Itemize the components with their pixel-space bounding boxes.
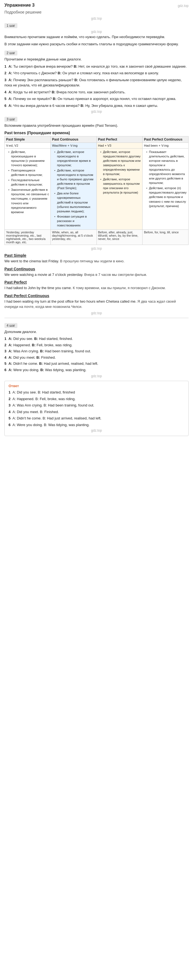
tense-use-item: Действие, которое происходило в прошлом … — [54, 168, 95, 190]
tense-timewords: While, when, as, all day/night/morning, … — [51, 230, 96, 245]
dialog-num: 5 — [5, 96, 6, 102]
tense-form: Had been + V-ing — [142, 143, 188, 148]
dialog-a-label: А: — [8, 71, 13, 75]
answer-items: 1 A: Did you see. B: Had started, finish… — [8, 390, 185, 428]
step4-b-label: B: — [40, 368, 44, 372]
example-en: I had been waiting my turn at the post o… — [5, 299, 188, 310]
tense-header: Past Perfect — [96, 136, 142, 143]
tense-timewords: Before, for, long, till, since — [142, 230, 188, 245]
example-section: Past Perfect Continuous I had been waiti… — [5, 294, 188, 310]
tense-form: Was/Were + V-ing — [51, 143, 96, 148]
step4-num: 4 — [5, 355, 6, 360]
tense-header: Past Simple — [5, 136, 51, 143]
step4-num: 3 — [5, 349, 6, 353]
tense-use-item: Повторяющиеся действия в прошлом; — [8, 168, 49, 177]
answer-num: 5 — [8, 416, 11, 420]
dialog-num: 2 — [5, 70, 6, 76]
step1-intro: Внимательно прочитаем задание и поймём, … — [5, 34, 188, 40]
dialog-b-label: В: — [74, 64, 78, 68]
step2-label: 2 шаг — [5, 51, 17, 56]
exercise-title: Упражнение 3 — [5, 3, 35, 8]
step4-b-label: B: — [40, 349, 44, 353]
step4-dialog-item: 6 A: Were you doing. B: Was tidying, was… — [5, 367, 188, 373]
tenses-table: Past SimplePast ContinuousPast PerfectPa… — [5, 136, 188, 245]
answer-num: 4 — [8, 410, 11, 414]
tense-use-item: Действие, которое происходило в определё… — [54, 150, 95, 167]
watermark-3: gdz.top — [5, 110, 188, 113]
dialog-a-label: А: — [8, 103, 13, 108]
example-section: Past Simple We went to the cinema last F… — [5, 253, 188, 264]
tense-use-item: Действие, которое завершилось в прошлом … — [100, 177, 141, 195]
dialog-num: 1 — [5, 64, 6, 69]
watermark-7: gdz.top — [8, 429, 185, 433]
example-en: I had talked to John by the time you cam… — [5, 285, 188, 291]
dialog-item: 2 А: Что случилось с Джоном? В: Он упал … — [5, 70, 188, 76]
dialog-item: 1 А: Ты смотрел фильм вчера вечером? В: … — [5, 64, 188, 69]
dialog-num: 6 — [5, 103, 6, 108]
answer-item: 5 A: Didn't he come. B: Had just arrived… — [8, 415, 185, 421]
answer-item: 6 A: Were you doing. B: Was tidying, was… — [8, 422, 185, 428]
step4-a-label: A: — [8, 355, 13, 360]
tense-form: Had + V3 — [96, 143, 142, 148]
section-title: Past Simple — [5, 253, 188, 258]
step4-dialog-item: 3 A: Was Ann crying. B: Had been trainin… — [5, 348, 188, 354]
example-en: We were watching a movie at 7 o'clock ye… — [5, 272, 188, 277]
tense-use-item: Фоновая ситуация в рассказах и повествов… — [54, 214, 95, 228]
tense-use-item: Последовательные действия в прошлом; — [8, 178, 49, 187]
answer-item: 2 A: Happened. B: Fell, broke, was ridin… — [8, 396, 185, 402]
section-title: Past Perfect — [5, 280, 188, 285]
step4-dialog-item: 4 A: Did you meet. B: Finished. — [5, 355, 188, 360]
step4-num: 6 — [5, 368, 6, 372]
answer-item: 3 A: Was Ann crying. B: Had been trainin… — [8, 402, 185, 408]
step4-num: 5 — [5, 361, 6, 366]
dialog-b-label: В: — [74, 78, 78, 82]
dialog-a-label: А: — [8, 64, 13, 68]
answer-item: 1 A: Did you see. B: Had started, finish… — [8, 390, 185, 395]
step4-a-label: A: — [8, 361, 13, 366]
step4-a-label: A: — [8, 368, 13, 372]
step4-dialog-item: 1 A: Did you see. B: Had started, finish… — [5, 336, 188, 342]
example-ru: Вчера в 7 часов мы смотрели фильм. — [84, 272, 147, 277]
example-ru: Я два часа ждал своей очереди на почте, … — [5, 299, 176, 309]
answer-box: Ответ 1 A: Did you see. B: Had started, … — [5, 381, 188, 436]
step1-label: 1 шаг — [5, 23, 17, 28]
step4-a-label: A: — [8, 337, 13, 341]
step4-a-label: A: — [8, 343, 13, 347]
step4-num: 2 — [5, 343, 6, 347]
answer-num: 1 — [8, 390, 11, 394]
dialog-a-label: А: — [8, 97, 13, 101]
step4-num: 1 — [5, 337, 6, 341]
dialog-num: 3 — [5, 77, 6, 83]
example-ru: В прошлую пятницу мы ходили в кино. — [60, 259, 125, 263]
step4-intro: Дополним диалоги. — [5, 329, 188, 335]
watermark-1: gdz.top — [5, 17, 188, 21]
example-section: Past Perfect I had talked to John by the… — [5, 280, 188, 291]
tense-uses: Действие, которое предшествовало другому… — [96, 148, 142, 230]
tense-uses: Действие, которое происходило в определё… — [51, 148, 96, 230]
watermark-2: gdz.top — [5, 30, 188, 34]
step4-b-label: B: — [36, 355, 40, 360]
dialog-b-label: В: — [52, 90, 55, 94]
tense-use-item: Законченные действия в прошлом, не связа… — [8, 188, 49, 214]
tense-header: Past Perfect Continuous — [142, 136, 188, 143]
examples-container: Past Simple We went to the cinema last F… — [5, 253, 188, 310]
step4-a-label: A: — [8, 349, 13, 353]
watermark-5: gdz.top — [5, 311, 188, 315]
tenses-title: Past tenses (Прошедшие времена) — [5, 130, 188, 135]
dialog-item: 6 А: Что вы вчера делали в 6 часов вечер… — [5, 103, 188, 108]
dialog-item: 3 А: Почему Энн расплакалась раньше? В: … — [5, 77, 188, 88]
dialogs-list: 1 А: Ты смотрел фильм вчера вечером? В: … — [5, 64, 188, 108]
example-en: We went to the cinema last Friday. В про… — [5, 258, 188, 264]
tense-header: Past Continuous — [51, 136, 96, 143]
tense-timewords: Before, after, already, just, till/until… — [96, 230, 142, 245]
step1-task: В этом задании нам нужно раскрыть скобки… — [5, 41, 188, 47]
answer-num: 3 — [8, 403, 11, 407]
step4-b-label: B: — [32, 343, 36, 347]
tense-use-item: Два или более одновременных действий в п… — [54, 191, 95, 213]
tense-use-item: Показывает длительность действия, которо… — [146, 150, 187, 185]
watermark-top: gdz.top — [178, 4, 188, 8]
step4-label: 4 шаг — [5, 323, 17, 328]
section-title: Past Continuous — [5, 267, 188, 271]
step2-intro: Прочитаем и переведём данные нам диалоги… — [5, 57, 188, 62]
step4-dialogs: 1 A: Did you see. B: Had started, finish… — [5, 336, 188, 372]
